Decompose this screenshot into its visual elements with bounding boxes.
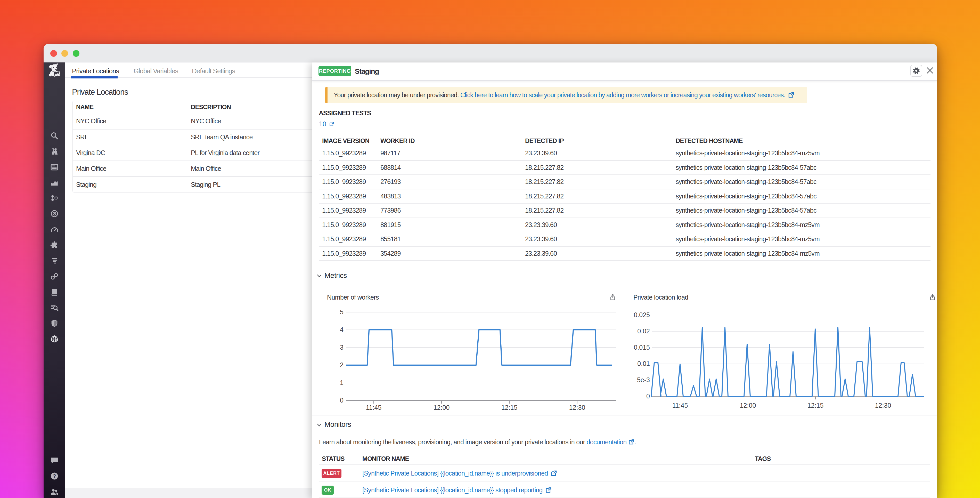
svg-text:12:30: 12:30 <box>875 402 891 409</box>
svg-text:12:15: 12:15 <box>501 404 518 411</box>
svg-text:0: 0 <box>340 397 344 404</box>
svg-text:0.025: 0.025 <box>634 311 650 318</box>
svg-text:?: ? <box>52 473 56 479</box>
svg-text:12:15: 12:15 <box>807 402 824 409</box>
svg-text:12:00: 12:00 <box>740 402 756 409</box>
svg-text:11:45: 11:45 <box>366 404 382 411</box>
svg-text:3: 3 <box>340 344 344 351</box>
svg-text:0.02: 0.02 <box>637 327 650 335</box>
svg-text:4: 4 <box>340 326 344 333</box>
svg-text:0.015: 0.015 <box>634 344 650 351</box>
svg-text:5e-3: 5e-3 <box>637 376 650 383</box>
svg-text:0.01: 0.01 <box>637 360 650 367</box>
svg-text:5: 5 <box>340 308 344 316</box>
svg-text:0: 0 <box>646 393 650 400</box>
svg-text:2: 2 <box>340 361 344 369</box>
svg-text:11:45: 11:45 <box>672 402 688 409</box>
svg-text:1: 1 <box>340 379 344 386</box>
svg-text:12:00: 12:00 <box>434 404 450 411</box>
svg-text:12:30: 12:30 <box>569 404 585 411</box>
